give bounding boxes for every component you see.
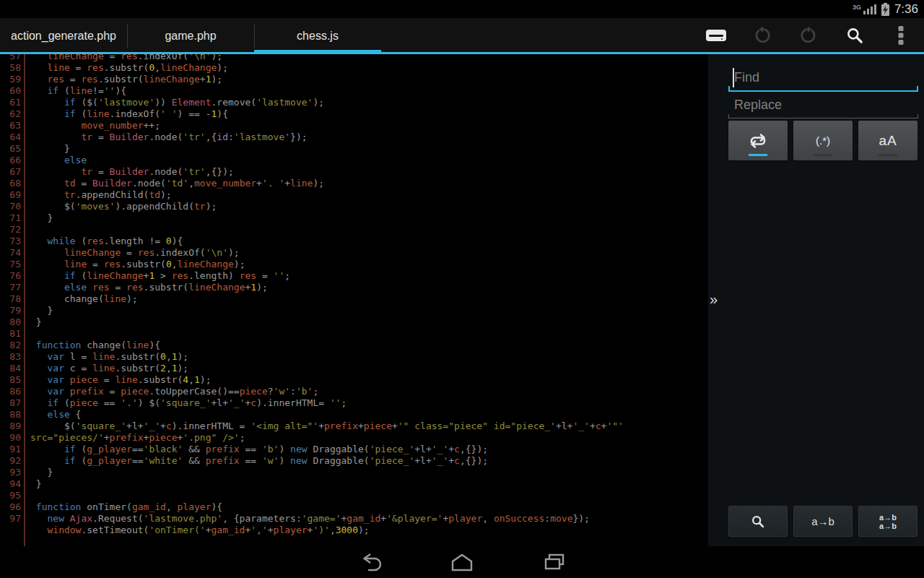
code-line: 92 if (g_player=='white' && prefix == 'w…	[0, 455, 706, 467]
replace-all-button[interactable]: a→b a→b	[858, 506, 918, 537]
code-line: 86 var prefix = piece.toUpperCase()==pie…	[0, 386, 706, 397]
find-next-button[interactable]	[728, 506, 788, 537]
replace-placeholder: Replace	[734, 98, 782, 113]
line-content: new Ajax.Request('lastmove.php', {parame…	[24, 513, 706, 525]
line-number: 74	[0, 247, 24, 259]
line-number: 69	[0, 189, 24, 201]
line-content: if (line.indexOf(' ') == -1){	[24, 108, 706, 120]
line-content: line = res.substr(0,lineChange);	[24, 259, 706, 270]
code-line: 64 tr = Builder.node('tr',{id:'lastmove'…	[0, 131, 706, 143]
line-number: 91	[0, 444, 24, 455]
toggle-regex-button[interactable]: (.*)	[793, 121, 853, 160]
home-button[interactable]	[439, 546, 485, 578]
line-content: if (g_player=='white' && prefix == 'w') …	[24, 455, 706, 467]
collapse-panel-chevron-icon[interactable]: »	[710, 292, 718, 306]
toggle-match-case-button[interactable]: aA	[858, 121, 918, 160]
recent-apps-button[interactable]	[531, 546, 578, 578]
navigation-bar	[0, 546, 924, 578]
tab-label: game.php	[165, 30, 216, 43]
code-line: 70 $('moves').appendChild(tr);	[0, 201, 706, 212]
line-number: 80	[0, 316, 24, 328]
line-content: if (lineChange+1 > res.length) res = '';	[24, 270, 706, 282]
code-line: 91 if (g_player=='black' && prefix == 'b…	[0, 444, 706, 455]
line-content: lineChange = res.indexOf('\n');	[24, 247, 706, 259]
search-button[interactable]	[832, 18, 878, 52]
code-line: 69 tr.appendChild(td);	[0, 189, 706, 201]
recent-apps-icon	[542, 552, 567, 572]
editor-surface[interactable]: 57 lineChange = res.indexOf('\n');58 lin…	[0, 54, 706, 546]
redo-icon	[799, 26, 818, 45]
line-number: 73	[0, 236, 24, 247]
line-number: 90	[0, 432, 24, 444]
replace-all-label-line2: a→b	[879, 522, 897, 530]
line-content: if (piece == '.') $('square_'+l+'_'+c).i…	[24, 397, 706, 409]
back-button[interactable]	[346, 546, 393, 578]
line-number: 79	[0, 305, 24, 316]
line-content: move_number++;	[24, 120, 706, 131]
code-line: 84 var c = line.substr(2,1);	[0, 363, 706, 374]
line-number: 58	[0, 62, 24, 74]
code-line: 58 line = res.substr(0,lineChange);	[0, 62, 706, 74]
line-number	[0, 525, 24, 536]
line-content: tr = Builder.node('tr',{id:'lastmove'});	[24, 131, 706, 143]
line-number: 66	[0, 155, 24, 166]
replace-input[interactable]: Replace	[728, 92, 918, 119]
line-number: 83	[0, 351, 24, 363]
replace-all-label-line1: a→b	[879, 513, 897, 522]
line-number: 78	[0, 293, 24, 305]
toggle-wrap-around-button[interactable]	[728, 121, 788, 160]
save-button[interactable]	[693, 18, 739, 52]
line-content: }	[24, 478, 706, 490]
undo-button[interactable]	[739, 18, 785, 52]
line-content: src="pieces/'+prefix+piece+'.png" />';	[24, 432, 706, 444]
overflow-menu-button[interactable]	[878, 18, 924, 52]
line-number: 93	[0, 467, 24, 478]
line-number: 94	[0, 478, 24, 490]
search-icon	[750, 514, 766, 530]
tab-game.php[interactable]: game.php	[127, 18, 254, 54]
code-line: 61 if ($('lastmove')) Element.remove('la…	[0, 97, 706, 108]
line-number: 95	[0, 490, 24, 501]
line-content: td = Builder.node('td',move_number+'. '+…	[24, 178, 706, 189]
battery-charging-icon	[881, 4, 889, 16]
line-number: 63	[0, 120, 24, 131]
line-content: tr.appendChild(td);	[24, 189, 706, 201]
line-content: $('moves').appendChild(tr);	[24, 201, 706, 212]
code-line: 76 if (lineChange+1 > res.length) res = …	[0, 270, 706, 282]
tab-action_generate.php[interactable]: action_generate.php	[0, 18, 127, 54]
line-number: 68	[0, 178, 24, 189]
action-bar: action_generate.phpgame.phpchess.js	[0, 18, 924, 54]
line-content: else {	[24, 409, 706, 420]
line-content: else	[24, 155, 706, 166]
line-number: 62	[0, 108, 24, 120]
line-number: 86	[0, 386, 24, 397]
loop-icon	[745, 132, 771, 150]
code-line: 57 lineChange = res.indexOf('\n');	[0, 54, 706, 62]
replace-button[interactable]: a→b	[793, 506, 853, 537]
code-line: 96 function onTimer(gam_id, player){	[0, 501, 706, 513]
line-content	[24, 490, 706, 501]
line-number: 57	[0, 54, 24, 62]
find-input[interactable]: Find	[728, 64, 918, 92]
line-content: }	[24, 143, 706, 155]
code-line: 65 }	[0, 143, 706, 155]
find-replace-panel: » Find Replace (.*) aA a→b a→b	[708, 54, 924, 546]
line-number: 92	[0, 455, 24, 467]
tab-chess.js[interactable]: chess.js	[254, 18, 381, 54]
toggle-indicator	[749, 154, 767, 156]
line-content: }	[24, 212, 706, 224]
back-icon	[357, 551, 383, 573]
code-line: 85 var piece = line.substr(4,1);	[0, 374, 706, 386]
redo-button[interactable]	[785, 18, 832, 52]
code-line: 83 var l = line.substr(0,1);	[0, 351, 706, 363]
code-line: 87 if (piece == '.') $('square_'+l+'_'+c…	[0, 397, 706, 409]
line-content: while (res.length != 0){	[24, 236, 706, 247]
line-number: 82	[0, 340, 24, 351]
line-content: }	[24, 467, 706, 478]
code-line: 78 change(line);	[0, 293, 706, 305]
line-number: 87	[0, 397, 24, 409]
line-content: change(line);	[24, 293, 706, 305]
line-content: lineChange = res.indexOf('\n');	[24, 54, 706, 62]
code-line: 79 }	[0, 305, 706, 316]
code-line: window.setTimeout('onTimer('+gam_id+','+…	[0, 525, 706, 536]
